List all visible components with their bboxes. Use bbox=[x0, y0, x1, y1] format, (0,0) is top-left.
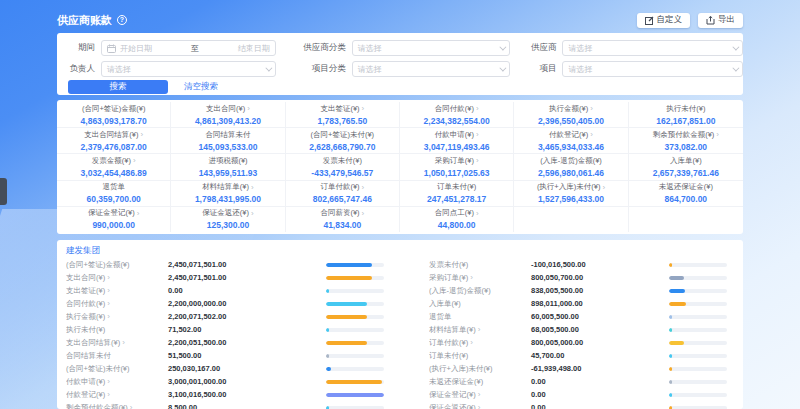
detail-label[interactable]: 支出签证(¥)› bbox=[66, 286, 168, 296]
detail-label-text: 付款申请(¥) bbox=[66, 377, 105, 387]
drilldown-arrow-icon: › bbox=[716, 130, 719, 139]
metric-cell[interactable]: 材料结算单(¥)›1,798,431,995.00 bbox=[171, 181, 285, 207]
metric-cell[interactable]: 保证金返还(¥)›125,300.00 bbox=[171, 207, 285, 232]
export-button[interactable]: 导出 bbox=[698, 13, 743, 28]
bar-track bbox=[669, 354, 727, 358]
metric-value: 2,628,668,790.70 bbox=[309, 142, 375, 152]
metric-cell[interactable]: 保证金登记(¥)›990,000.00 bbox=[57, 207, 171, 232]
detail-label[interactable]: 剩余预付款金额(¥)› bbox=[66, 403, 168, 409]
detail-label[interactable]: 付款登记(¥)› bbox=[66, 390, 168, 400]
group-detail-card: 建发集团 (合同+签证)金额(¥)2,450,071,501.00支出合同(¥)… bbox=[57, 240, 743, 409]
metric-value: 373,082.00 bbox=[665, 142, 708, 152]
supplier-select[interactable]: 请选择 bbox=[562, 40, 743, 56]
detail-label[interactable]: 订单付款(¥)› bbox=[429, 338, 531, 348]
bar-fill bbox=[326, 393, 384, 397]
select-placeholder: 请选择 bbox=[358, 43, 382, 54]
customize-button[interactable]: 自定义 bbox=[637, 13, 691, 28]
detail-label[interactable]: 保证金登记(¥)› bbox=[429, 390, 531, 400]
detail-label-text: 保证金登记(¥) bbox=[429, 390, 476, 400]
drilldown-arrow-icon: › bbox=[476, 156, 479, 165]
drilldown-arrow-icon: › bbox=[478, 390, 481, 399]
detail-label[interactable]: 采购订单(¥)› bbox=[429, 273, 531, 283]
detail-label-text: 执行金额(¥) bbox=[66, 312, 105, 322]
bar-fill bbox=[326, 315, 367, 319]
metric-cell: 进项税额(¥)143,959,511.93 bbox=[171, 154, 285, 180]
metric-cell[interactable]: 采购订单(¥)›1,050,117,025.63 bbox=[400, 154, 514, 180]
metric-cell[interactable]: 支出合同(¥)›4,861,309,413.20 bbox=[171, 102, 285, 128]
metric-value: 162,167,851.00 bbox=[656, 116, 715, 126]
export-icon bbox=[706, 16, 715, 25]
metric-cell[interactable]: 付款登记(¥)›3,465,934,033.46 bbox=[514, 128, 628, 154]
metric-cell[interactable]: 发票金额(¥)›3,032,454,486.89 bbox=[57, 154, 171, 180]
detail-label[interactable]: 材料结算单(¥)› bbox=[429, 325, 531, 335]
drilldown-arrow-icon: › bbox=[107, 312, 110, 321]
detail-label-text: (合同+签证)未付(¥) bbox=[66, 364, 130, 374]
detail-value: -61,939,498.00 bbox=[531, 364, 669, 373]
detail-row: 保证金登记(¥)›0.00 bbox=[420, 388, 743, 401]
detail-label[interactable]: 合同付款(¥)› bbox=[66, 299, 168, 309]
metric-label: 发票未付(¥) bbox=[323, 156, 362, 166]
detail-label: 发票未付(¥) bbox=[429, 260, 531, 270]
detail-row: 入库单(¥)898,011,000.00 bbox=[420, 297, 743, 310]
detail-value: 0.00 bbox=[531, 377, 669, 386]
detail-label-text: 未返还保证金(¥) bbox=[429, 377, 483, 387]
bar-fill bbox=[326, 367, 331, 371]
detail-bar bbox=[326, 276, 384, 280]
metric-cell[interactable]: 剩余预付款金额(¥)›373,082.00 bbox=[629, 128, 743, 154]
detail-label-text: 保证金返还(¥) bbox=[429, 403, 476, 409]
metric-cell[interactable]: 付款申请(¥)›3,047,119,493.46 bbox=[400, 128, 514, 154]
group-name-link[interactable]: 建发集团 bbox=[66, 245, 100, 257]
owner-select[interactable]: 请选择 bbox=[101, 61, 276, 77]
detail-label[interactable]: 支出合同结算(¥)› bbox=[66, 338, 168, 348]
detail-bar bbox=[669, 315, 727, 319]
detail-bar bbox=[669, 367, 727, 371]
metric-cell[interactable]: 订单付款(¥)›802,665,747.46 bbox=[286, 181, 400, 207]
detail-row: 发票未付(¥)-100,016,500.00 bbox=[420, 258, 743, 271]
select-placeholder: 请选择 bbox=[568, 43, 592, 54]
help-icon[interactable]: ? bbox=[117, 15, 127, 25]
detail-label[interactable]: 支出合同(¥)› bbox=[66, 273, 168, 283]
sidebar-expand-handle[interactable] bbox=[0, 178, 7, 205]
metric-cell[interactable]: 支出签证(¥)›1,783,765.50 bbox=[286, 102, 400, 128]
project-select[interactable]: 请选择 bbox=[562, 61, 743, 77]
export-label: 导出 bbox=[718, 14, 735, 26]
metric-cell[interactable]: 执行金额(¥)›2,396,550,405.00 bbox=[514, 102, 628, 128]
select-placeholder: 请选择 bbox=[358, 64, 382, 75]
detail-label[interactable]: 保证金返还(¥)› bbox=[429, 403, 531, 409]
project-category-select[interactable]: 请选择 bbox=[352, 61, 511, 77]
detail-value: 800,005,000.00 bbox=[531, 338, 669, 347]
date-range-input[interactable]: 开始日期 至 结束日期 bbox=[101, 40, 276, 56]
detail-label[interactable]: 执行金额(¥)› bbox=[66, 312, 168, 322]
metric-cell[interactable]: 合同薪资(¥)›41,834.00 bbox=[286, 207, 400, 232]
supplier-label: 供应商 bbox=[518, 42, 556, 54]
search-button[interactable]: 搜索 bbox=[68, 80, 168, 94]
metric-cell[interactable]: 合同点工(¥)›44,800.00 bbox=[400, 207, 514, 232]
drilldown-arrow-icon: › bbox=[122, 338, 125, 347]
select-placeholder: 请选择 bbox=[107, 64, 131, 75]
detail-value: 3,000,001,000.00 bbox=[168, 377, 326, 386]
metric-value: -433,479,546.57 bbox=[311, 168, 373, 178]
detail-bar bbox=[326, 263, 384, 267]
metrics-grid: (合同+签证)金额(¥)4,863,093,178.70支出合同(¥)›4,86… bbox=[57, 100, 743, 234]
detail-label-text: 合同付款(¥) bbox=[66, 299, 105, 309]
detail-label-text: 发票未付(¥) bbox=[429, 260, 468, 270]
metric-cell[interactable]: 合同付款(¥)›2,234,382,554.00 bbox=[400, 102, 514, 128]
metric-cell: 退货单60,359,700.00 bbox=[57, 181, 171, 207]
metric-label: 进项税额(¥) bbox=[208, 156, 247, 166]
edit-icon bbox=[645, 16, 654, 25]
chevron-down-icon bbox=[732, 43, 739, 50]
supplier-category-select[interactable]: 请选择 bbox=[352, 40, 511, 56]
metric-value: 2,396,550,405.00 bbox=[538, 116, 604, 126]
detail-label[interactable]: 付款申请(¥)› bbox=[66, 377, 168, 387]
bar-fill bbox=[326, 302, 367, 306]
drilldown-arrow-icon: › bbox=[107, 377, 110, 386]
metric-cell[interactable]: 支出合同结算(¥)›2,379,476,087.00 bbox=[57, 128, 171, 154]
clear-search-link[interactable]: 清空搜索 bbox=[184, 81, 218, 93]
metric-cell[interactable]: (执行+入库)未付(¥)›1,527,596,433.00 bbox=[514, 181, 628, 207]
detail-value: 2,200,000,000.00 bbox=[168, 299, 326, 308]
bar-fill bbox=[669, 380, 672, 384]
detail-bar bbox=[669, 406, 727, 409]
metric-label: 合同点工(¥) bbox=[435, 208, 474, 218]
detail-bar bbox=[669, 289, 727, 293]
detail-row: 未返还保证金(¥)0.00 bbox=[420, 375, 743, 388]
